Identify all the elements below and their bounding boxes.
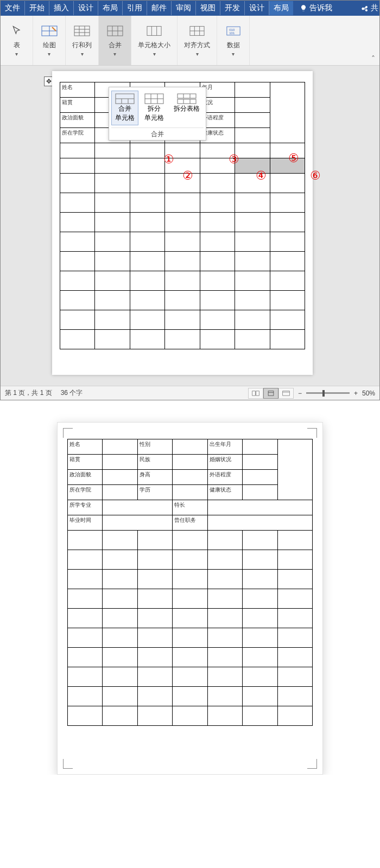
ribbon-tab-bar: 文件 开始 插入 设计 布局 引用 邮件 审阅 视图 开发 设计 布局 告诉我 … — [1, 1, 379, 16]
ribbon-group-align[interactable]: 对齐方式 ▾ — [178, 16, 217, 65]
collapse-ribbon-icon[interactable]: ˄ — [371, 54, 375, 63]
align-icon — [188, 24, 206, 37]
cell-politics[interactable]: 政治面貌 — [60, 113, 95, 128]
pointer-icon — [8, 24, 26, 37]
tab-view[interactable]: 视图 — [196, 1, 220, 15]
chevron-down-icon: ▾ — [232, 51, 235, 57]
cell: 出生年月 — [207, 439, 242, 455]
word-window: 文件 开始 插入 设计 布局 引用 邮件 审阅 视图 开发 设计 布局 告诉我 … — [0, 0, 380, 400]
ribbon: 表 ▾ 绘图 ▾ 行和列 ▾ 合并 ▾ — [1, 16, 379, 66]
annotation-2: ② — [182, 169, 193, 183]
tell-me-label: 告诉我 — [309, 3, 332, 13]
share-label: 共 — [371, 3, 378, 13]
split-cells-icon — [144, 93, 164, 104]
tab-mailings[interactable]: 邮件 — [147, 1, 172, 15]
lightbulb-icon — [300, 4, 307, 12]
share-icon — [361, 4, 370, 12]
tab-table-design[interactable]: 设计 — [245, 1, 269, 15]
share-area[interactable]: 共 — [361, 3, 379, 13]
crop-mark — [63, 759, 73, 769]
annotation-1: ① — [163, 152, 174, 167]
tab-developer[interactable]: 开发 — [220, 1, 245, 15]
print-layout-icon — [267, 390, 275, 397]
split-table-icon — [177, 93, 197, 104]
dropdown-merge-cells[interactable]: 合并 单元格 — [111, 91, 138, 125]
tell-me-search[interactable]: 告诉我 — [296, 3, 335, 13]
ribbon-group-rowscols[interactable]: 行和列 ▾ — [66, 16, 99, 65]
zoom-in[interactable]: + — [354, 390, 358, 397]
data-icon: 010101 — [224, 24, 243, 37]
status-page[interactable]: 第 1 页，共 1 页 — [5, 388, 52, 398]
svg-rect-36 — [252, 391, 256, 395]
rows-cols-icon — [73, 24, 91, 37]
chevron-down-icon: ▾ — [81, 51, 84, 57]
cell-name[interactable]: 姓名 — [60, 82, 95, 98]
tab-design[interactable]: 设计 — [74, 1, 98, 15]
annotation-6: ⑥ — [310, 169, 321, 183]
result-preview: 姓名 性别 出生年月 籍贯 民族 婚姻状况 政治面貌 身高 外语程度 所在学院 … — [0, 422, 380, 775]
crop-mark — [63, 428, 73, 438]
annotation-3: ③ — [229, 152, 239, 167]
read-mode-icon — [252, 390, 259, 397]
chevron-down-icon: ▾ — [196, 51, 199, 57]
svg-rect-38 — [268, 391, 274, 395]
view-read-mode[interactable] — [248, 388, 263, 399]
cell: 姓名 — [68, 439, 103, 455]
chevron-down-icon: ▾ — [15, 51, 18, 57]
chevron-down-icon: ▾ — [153, 51, 156, 57]
cell: 性别 — [137, 439, 172, 455]
ribbon-group-draw[interactable]: 绘图 ▾ — [33, 16, 66, 65]
selected-cell-2[interactable] — [270, 158, 305, 174]
svg-rect-37 — [256, 391, 259, 395]
tab-table-layout[interactable]: 布局 — [269, 1, 293, 15]
tab-review[interactable]: 审阅 — [172, 1, 196, 15]
photo-cell — [277, 439, 312, 500]
status-words[interactable]: 36 个字 — [61, 388, 83, 398]
form-table-after: 姓名 性别 出生年月 籍贯 民族 婚姻状况 政治面貌 身高 外语程度 所在学院 … — [67, 439, 313, 726]
svg-rect-30 — [178, 94, 196, 98]
chevron-down-icon: ▾ — [48, 51, 50, 57]
dropdown-split-table[interactable]: 拆分表格 — [170, 91, 204, 125]
tab-insert[interactable]: 插入 — [49, 1, 74, 15]
view-web-layout[interactable] — [278, 388, 294, 399]
status-bar: 第 1 页，共 1 页 36 个字 − + 50% — [1, 386, 379, 400]
photo-cell[interactable] — [270, 82, 305, 143]
svg-rect-3 — [74, 26, 90, 36]
tab-home[interactable]: 开始 — [25, 1, 49, 15]
zoom-slider[interactable] — [306, 392, 350, 394]
svg-rect-12 — [147, 26, 161, 35]
svg-text:101: 101 — [229, 31, 235, 35]
ribbon-group-data[interactable]: 010101 数据 ▾ — [217, 16, 250, 65]
tab-references[interactable]: 引用 — [123, 1, 147, 15]
ribbon-group-table[interactable]: 表 ▾ — [1, 16, 33, 65]
draw-table-icon — [40, 24, 59, 37]
svg-rect-40 — [283, 391, 290, 395]
svg-rect-31 — [178, 99, 196, 104]
crop-mark — [307, 759, 317, 769]
zoom-level[interactable]: 50% — [362, 390, 375, 397]
view-print-layout[interactable] — [263, 388, 278, 399]
chevron-down-icon: ▾ — [113, 51, 116, 57]
cell-origin[interactable]: 籍贯 — [60, 98, 95, 113]
cell-size-icon — [145, 24, 163, 37]
tab-layout[interactable]: 布局 — [98, 1, 123, 15]
dropdown-group-label: 合并 — [111, 127, 204, 139]
ribbon-group-merge[interactable]: 合并 ▾ — [99, 16, 131, 65]
cell-college[interactable]: 所在学院 — [60, 128, 95, 143]
ribbon-group-cellsize[interactable]: 单元格大小 ▾ — [131, 16, 178, 65]
result-page: 姓名 性别 出生年月 籍贯 民族 婚姻状况 政治面貌 身高 外语程度 所在学院 … — [57, 422, 323, 775]
crop-mark — [307, 428, 317, 438]
tab-file[interactable]: 文件 — [1, 1, 25, 15]
annotation-4: ④ — [256, 169, 267, 183]
annotation-5: ⑤ — [288, 151, 299, 165]
dropdown-split-cells[interactable]: 拆分 单元格 — [141, 91, 168, 125]
merge-cells-icon — [115, 93, 135, 104]
web-layout-icon — [282, 390, 290, 397]
zoom-out[interactable]: − — [298, 390, 302, 397]
svg-text:010: 010 — [229, 28, 235, 31]
merge-dropdown: 合并 单元格 拆分 单元格 拆分表格 合并 — [109, 87, 206, 141]
merge-icon — [106, 24, 124, 37]
view-mode-buttons — [248, 388, 294, 399]
